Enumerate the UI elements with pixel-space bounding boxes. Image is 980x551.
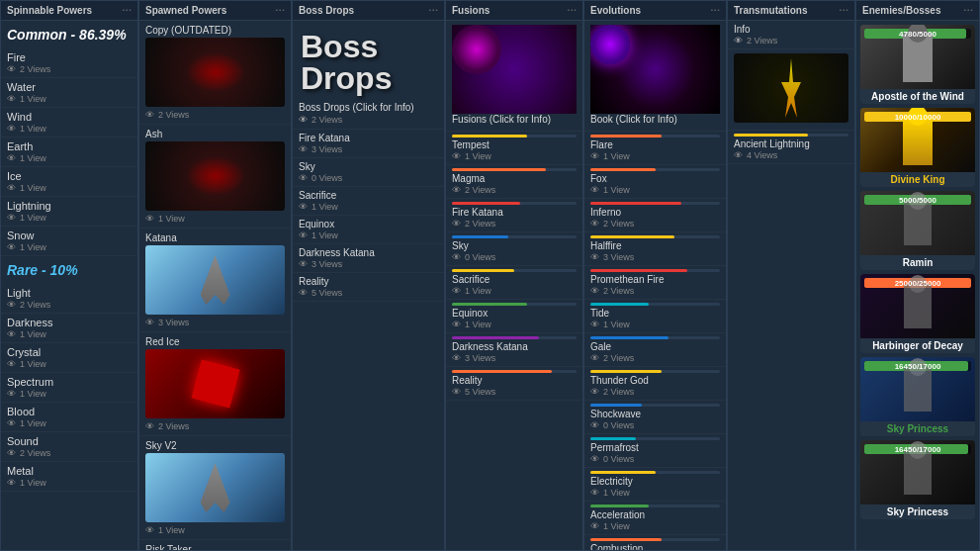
spawned-item[interactable]: Katana 👁 3 Views: [139, 229, 291, 332]
spawned-menu[interactable]: ⋯: [275, 5, 285, 16]
fusion-item-name: Reality: [452, 375, 577, 386]
spawned-item-stats: 👁 1 View: [145, 525, 285, 535]
boss-item[interactable]: Equinox 👁 1 View: [293, 216, 444, 244]
common-power-item[interactable]: Ice 👁 1 View: [1, 167, 137, 197]
fusion-item[interactable]: Tempest 👁 1 View: [446, 132, 582, 165]
boss-item-views: 3 Views: [312, 144, 342, 154]
evolution-item[interactable]: Shockwave 👁 0 Views: [584, 401, 726, 434]
transmutations-menu[interactable]: ⋯: [839, 5, 848, 16]
transmutation-progress-container: [734, 134, 848, 137]
boss-item-stats: 👁 3 Views: [299, 259, 438, 269]
evolutions-menu[interactable]: ⋯: [710, 5, 720, 16]
evolution-item[interactable]: Acceleration 👁 1 View: [584, 502, 726, 535]
evolution-item-name: Tide: [590, 308, 720, 319]
power-stats: 👁 1 View: [7, 329, 132, 339]
enemy-card[interactable]: 10000/10000 Divine King: [860, 108, 975, 187]
eye-icon: 👁: [7, 389, 16, 399]
fusion-item-stats: 👁 2 Views: [452, 219, 577, 229]
enemy-card[interactable]: 16450/17000 Sky Princess: [860, 357, 975, 436]
spawned-column: Spawned Powers ⋯ Copy (OUTDATED) 👁 2 Vie…: [138, 0, 292, 551]
boss-item[interactable]: Reality 👁 5 Views: [293, 273, 444, 302]
fusion-item[interactable]: Sky 👁 0 Views: [446, 232, 582, 266]
rare-power-item[interactable]: Metal 👁 1 View: [1, 462, 137, 492]
fusion-item[interactable]: Fire Katana 👁 2 Views: [446, 199, 582, 232]
evolution-progress-bar: [590, 135, 662, 138]
evolutions-column: Evolutions ⋯ Book (Click for Info) Flare…: [583, 0, 727, 551]
spawned-item[interactable]: Sky V2 👁 1 View: [139, 436, 291, 540]
spawned-item[interactable]: Risk Taker 👁 4 Views: [139, 540, 291, 551]
rare-power-item[interactable]: Spectrum 👁 1 View: [1, 373, 137, 403]
fusions-click-title: Fusions (Click for Info): [452, 114, 577, 125]
boss-item[interactable]: Sacrifice 👁 1 View: [293, 187, 444, 216]
boss-item-views: 0 Views: [312, 173, 342, 183]
spawned-item[interactable]: Ash 👁 1 View: [139, 125, 291, 229]
common-power-item[interactable]: Wind 👁 1 View: [1, 108, 137, 138]
boss-item[interactable]: Fire Katana 👁 3 Views: [293, 130, 444, 158]
rare-power-item[interactable]: Blood 👁 1 View: [1, 403, 137, 432]
spawned-item-image: [145, 141, 285, 211]
enemies-title: Enemies/Bosses: [862, 5, 941, 16]
evolution-progress-bar: [590, 538, 662, 541]
rarity-common-header: Common - 86.39%: [1, 21, 137, 48]
evolution-item[interactable]: Combustion 👁 1 View: [584, 535, 726, 551]
evolution-item[interactable]: Tide 👁 1 View: [584, 300, 726, 333]
fusion-item[interactable]: Magma 👁 2 Views: [446, 165, 582, 199]
transmutation-item[interactable]: Ancient Lightning 👁 4 Views: [728, 131, 854, 164]
power-name: Lightning: [7, 200, 132, 212]
boss-drops-main-card[interactable]: Boss Drops (Click for Info) 👁 2 Views: [293, 98, 444, 130]
rare-power-item[interactable]: Sound 👁 2 Views: [1, 432, 137, 462]
evolution-item[interactable]: Promethean Fire 👁 2 Views: [584, 266, 726, 300]
rare-power-item[interactable]: Light 👁 2 Views: [1, 284, 137, 314]
evolution-item-stats: 👁 2 Views: [590, 353, 720, 363]
power-stats: 👁 1 View: [7, 478, 132, 488]
enemy-card[interactable]: 5000/5000 Ramin: [860, 191, 975, 270]
fusion-item[interactable]: Reality 👁 5 Views: [446, 367, 582, 401]
evolution-item[interactable]: Fox 👁 1 View: [584, 165, 726, 199]
rare-power-item[interactable]: Darkness 👁 1 View: [1, 314, 137, 343]
spinnable-menu[interactable]: ⋯: [122, 5, 132, 16]
evolution-item[interactable]: Thunder God 👁 2 Views: [584, 367, 726, 401]
power-stats: 👁 1 View: [7, 183, 132, 193]
enemy-card[interactable]: 16450/17000 Sky Princess: [860, 440, 975, 519]
power-name: Earth: [7, 140, 132, 152]
eye-icon: 👁: [452, 387, 461, 397]
common-power-item[interactable]: Earth 👁 1 View: [1, 138, 137, 167]
enemy-card[interactable]: 25000/25000 Harbinger of Decay: [860, 274, 975, 353]
evolution-item[interactable]: Permafrost 👁 0 Views: [584, 434, 726, 468]
evolutions-main-card[interactable]: Book (Click for Info): [584, 21, 726, 132]
evolution-item[interactable]: Flare 👁 1 View: [584, 132, 726, 165]
boss-item[interactable]: Sky 👁 0 Views: [293, 158, 444, 187]
common-power-item[interactable]: Lightning 👁 1 View: [1, 197, 137, 227]
transmutation-progress-bar: [734, 134, 808, 137]
boss-drops-subtitle: Boss Drops (Click for Info): [299, 102, 438, 113]
common-power-item[interactable]: Water 👁 1 View: [1, 78, 137, 108]
evolution-progress-bar: [590, 336, 668, 339]
common-power-item[interactable]: Fire 👁 2 Views: [1, 48, 137, 78]
fusions-main-card[interactable]: Fusions (Click for Info): [446, 21, 582, 132]
evolution-progress-container: [590, 505, 720, 507]
power-views: 1 View: [20, 213, 46, 223]
fusion-item[interactable]: Equinox 👁 1 View: [446, 300, 582, 333]
enemy-name: Sky Princess: [860, 421, 975, 436]
spawned-item-image: [145, 453, 285, 522]
transmutations-info[interactable]: Info 👁 2 Views: [728, 21, 854, 49]
evolution-item[interactable]: Electricity 👁 1 View: [584, 468, 726, 502]
evolution-item[interactable]: Gale 👁 2 Views: [584, 333, 726, 367]
common-power-item[interactable]: Snow 👁 1 View: [1, 227, 137, 256]
boss-item[interactable]: Darkness Katana 👁 3 Views: [293, 244, 444, 273]
boss-item-name: Reality: [299, 276, 438, 287]
eye-icon: 👁: [590, 488, 599, 498]
fusions-menu[interactable]: ⋯: [567, 5, 577, 16]
fusion-item[interactable]: Darkness Katana 👁 3 Views: [446, 333, 582, 367]
evolution-item[interactable]: Inferno 👁 2 Views: [584, 199, 726, 232]
rare-power-item[interactable]: Crystal 👁 1 View: [1, 343, 137, 373]
spawned-item[interactable]: Red Ice 👁 2 Views: [139, 332, 291, 436]
fusion-item[interactable]: Sacrifice 👁 1 View: [446, 266, 582, 300]
fusion-item-views: 3 Views: [465, 353, 495, 363]
spawned-item[interactable]: Copy (OUTDATED) 👁 2 Views: [139, 21, 291, 125]
enemies-menu[interactable]: ⋯: [963, 5, 973, 16]
boss-menu[interactable]: ⋯: [428, 5, 438, 16]
power-views: 1 View: [20, 418, 46, 428]
enemy-card[interactable]: 4780/5000 Apostle of the Wind: [860, 25, 975, 104]
evolution-item[interactable]: Halffire 👁 3 Views: [584, 232, 726, 266]
